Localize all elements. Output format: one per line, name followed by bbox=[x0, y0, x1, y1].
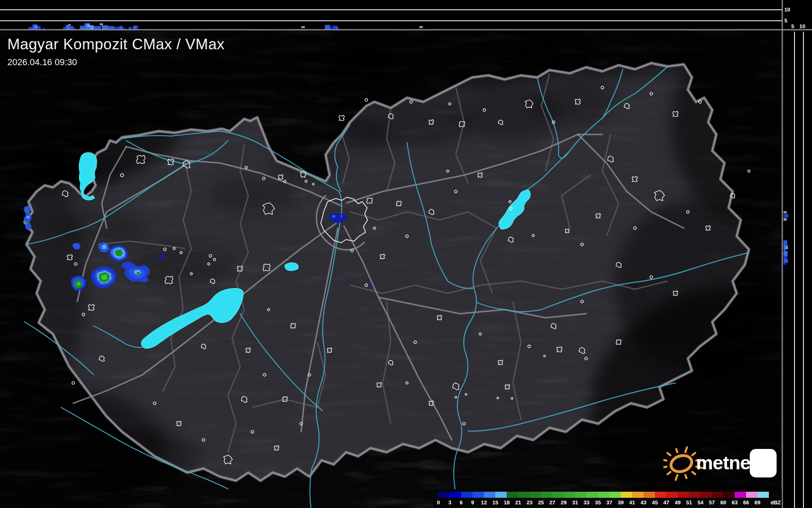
mountain-shade bbox=[615, 200, 769, 371]
top-strip-echo bbox=[325, 25, 330, 29]
top-strip-echo bbox=[419, 26, 423, 28]
right-strip-echo bbox=[784, 211, 787, 213]
top-strip-echo bbox=[28, 27, 33, 29]
colorbar-tick-label: 63 bbox=[732, 499, 738, 506]
colorbar-segment bbox=[495, 492, 507, 498]
top-strip-echo bbox=[336, 27, 338, 29]
map-area bbox=[0, 16, 812, 508]
lake-velence bbox=[285, 263, 298, 271]
colorbar-segment bbox=[530, 492, 541, 498]
radar-map bbox=[0, 0, 812, 508]
radar-echo-dot bbox=[26, 209, 28, 211]
right-strip-echo bbox=[784, 263, 786, 265]
colorbar-tick-label: 3 bbox=[448, 499, 451, 506]
right-strip-echo bbox=[786, 247, 788, 249]
top-strip-echo bbox=[136, 27, 138, 29]
colorbar-segment bbox=[643, 492, 655, 498]
top-strip-echo bbox=[100, 23, 103, 25]
top-strip-echo bbox=[63, 27, 66, 29]
colorbar-tick-label: 41 bbox=[629, 499, 635, 506]
mountain-shade bbox=[208, 177, 297, 214]
logo-text: metnet bbox=[696, 451, 756, 474]
app-icon bbox=[750, 449, 777, 477]
sun-ray bbox=[676, 449, 677, 452]
sun-ray bbox=[668, 472, 670, 475]
colorbar-segment bbox=[438, 492, 450, 498]
colorbar-segment bbox=[712, 492, 723, 498]
radar-echo-dot bbox=[152, 260, 155, 262]
top-strip-echo bbox=[73, 27, 76, 29]
radar-echo-dot bbox=[368, 284, 370, 286]
colorbar-segment bbox=[735, 492, 746, 498]
timestamp: 2026.04.16 09:30 bbox=[7, 57, 225, 68]
colorbar-segment bbox=[473, 492, 484, 498]
top-strip-echo bbox=[114, 27, 119, 29]
colorbar-tick-label: 37 bbox=[606, 499, 612, 506]
colorbar-tick-label: 66 bbox=[743, 499, 749, 506]
title-block: Magyar Kompozit CMax / VMax 2026.04.16 0… bbox=[7, 36, 225, 68]
colorbar-segment bbox=[757, 492, 769, 498]
colorbar-tick-label: 49 bbox=[675, 499, 681, 506]
colorbar-segment bbox=[632, 492, 643, 498]
colorbar-segment bbox=[507, 492, 518, 498]
right-strip-echo bbox=[784, 251, 788, 256]
sun-ellipse bbox=[669, 453, 694, 474]
colorbar-segment bbox=[723, 492, 735, 498]
colorbar-segment bbox=[666, 492, 678, 498]
colorbar-tick-label: 33 bbox=[584, 499, 589, 506]
top-strip-echo bbox=[104, 28, 106, 29]
right-strip-echo bbox=[784, 256, 787, 259]
page-title: Magyar Kompozit CMax / VMax bbox=[7, 36, 225, 53]
sun-ray bbox=[685, 447, 687, 452]
top-strip-echo bbox=[35, 26, 37, 28]
colorbar-segment bbox=[450, 492, 461, 498]
colorbar-segment bbox=[552, 492, 564, 498]
colorbar-segment bbox=[541, 492, 552, 498]
colorbar-segment bbox=[598, 492, 609, 498]
right-strip-echo bbox=[784, 218, 787, 221]
sun-ray bbox=[663, 467, 666, 468]
right-strip-echo bbox=[784, 249, 786, 251]
radar-echo-dot bbox=[352, 230, 354, 231]
radar-echo-dot bbox=[26, 222, 28, 224]
sun-ray bbox=[676, 475, 677, 480]
top-strip-echo bbox=[301, 26, 305, 28]
top-strip-echo bbox=[87, 24, 90, 27]
colorbar-unit-label: dBZ bbox=[770, 499, 781, 506]
right-strip-echo bbox=[786, 215, 788, 217]
colorbar-tick-label: 47 bbox=[663, 499, 669, 506]
colorbar-tick-label: 69 bbox=[755, 499, 760, 506]
top-strip-echo bbox=[90, 25, 94, 29]
colorbar-segment bbox=[587, 492, 598, 498]
colorbar-segment bbox=[461, 492, 473, 498]
colorbar-segment bbox=[689, 492, 700, 498]
top-strip-echo bbox=[81, 28, 83, 29]
sun-ray bbox=[685, 475, 687, 478]
top-strip-echo bbox=[129, 27, 132, 29]
right-strip-echo bbox=[784, 259, 788, 263]
colorbar-tick-label: 25 bbox=[538, 499, 544, 506]
mountain-shade bbox=[69, 430, 199, 483]
right-strip-echo bbox=[784, 240, 787, 245]
top-strip-echo bbox=[119, 26, 123, 29]
colorbar-segment bbox=[700, 492, 712, 498]
mountain-shade bbox=[328, 116, 389, 153]
top-strip-echo bbox=[123, 28, 126, 29]
radar-echo-dot bbox=[137, 272, 140, 275]
top-strip-echo bbox=[69, 26, 73, 29]
colorbar-tick-label: 18 bbox=[504, 499, 510, 506]
top-strip-echo bbox=[108, 26, 114, 29]
colorbar-tick-label: 15 bbox=[492, 499, 498, 506]
colorbar-segment bbox=[564, 492, 575, 498]
sun-ray bbox=[668, 453, 670, 455]
colorbar-segment bbox=[484, 492, 495, 498]
top-strip-echo bbox=[37, 26, 41, 29]
colorbar-tick-label: 39 bbox=[618, 499, 624, 506]
top-strip-echo bbox=[94, 26, 101, 29]
colorbar-tick-label: 57 bbox=[709, 499, 715, 506]
colorbar-tick-label: 21 bbox=[515, 499, 521, 506]
colorbar-tick-label: 51 bbox=[686, 499, 692, 506]
sun-ray bbox=[692, 472, 695, 474]
top-profile-axis-label-10: 10 bbox=[784, 7, 790, 13]
top-strip-echo bbox=[330, 26, 333, 29]
